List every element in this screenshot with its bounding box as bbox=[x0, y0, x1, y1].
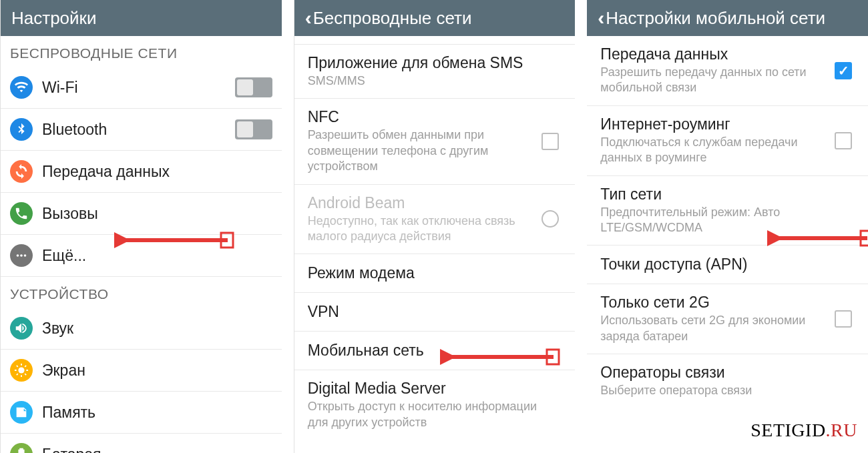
item-label: Ещё... bbox=[42, 247, 272, 265]
item-subtitle: SMS/MMS bbox=[308, 73, 560, 89]
item-label: Батарея bbox=[42, 446, 272, 454]
item-tethering[interactable]: Режим модема bbox=[294, 254, 576, 293]
item-more[interactable]: Ещё... bbox=[1, 235, 282, 277]
item-subtitle: Предпочтительный режим: Авто LTE/GSM/WCD… bbox=[600, 205, 852, 236]
svg-point-3 bbox=[18, 367, 24, 373]
item-android-beam: Android Beam Недоступно, так как отключе… bbox=[294, 185, 576, 255]
content-area: БЕСПРОВОДНЫЕ СЕТИ Wi-Fi Bluetooth Переда… bbox=[1, 36, 282, 453]
item-roaming[interactable]: Интернет-роуминг Подключаться к службам … bbox=[587, 106, 868, 176]
item-subtitle: Использовать сети 2G для экономии заряда… bbox=[600, 313, 835, 344]
item-battery[interactable]: Батарея bbox=[1, 434, 282, 453]
item-label: Wi-Fi bbox=[42, 79, 235, 97]
item-title: Режим модема bbox=[308, 264, 560, 282]
item-title: Digital Media Server bbox=[308, 380, 560, 398]
data-checkbox[interactable]: ✓ bbox=[835, 62, 852, 79]
battery-icon bbox=[10, 443, 33, 453]
bluetooth-icon bbox=[10, 118, 33, 141]
beam-radio bbox=[541, 210, 559, 228]
item-data-enabled[interactable]: Передача данных Разрешить передачу данны… bbox=[587, 36, 868, 106]
phone-icon bbox=[10, 202, 33, 225]
item-title: Только сети 2G bbox=[600, 294, 835, 312]
item-sound[interactable]: Звук bbox=[1, 308, 282, 350]
svg-point-4 bbox=[18, 414, 20, 416]
item-label: Память bbox=[42, 404, 272, 422]
item-storage[interactable]: Память bbox=[1, 392, 282, 434]
item-calls[interactable]: Вызовы bbox=[1, 193, 282, 235]
display-icon bbox=[10, 359, 33, 382]
only2g-checkbox[interactable] bbox=[835, 310, 852, 328]
svg-point-2 bbox=[24, 254, 27, 257]
item-network-type[interactable]: Тип сети Предпочтительный режим: Авто LT… bbox=[587, 176, 868, 246]
header-title: Настройки bbox=[1, 0, 282, 36]
item-label: Звук bbox=[42, 320, 272, 338]
back-chevron-icon[interactable]: ‹ bbox=[305, 8, 312, 28]
item-subtitle: Разрешить обмен данными при совмещении т… bbox=[308, 127, 542, 174]
item-label: Передача данных bbox=[42, 163, 272, 181]
roaming-checkbox[interactable] bbox=[835, 132, 852, 149]
watermark: SETIGID.RU bbox=[750, 420, 857, 441]
item-nfc[interactable]: NFC Разрешить обмен данными при совмещен… bbox=[294, 99, 576, 184]
page-title: Беспроводные сети bbox=[313, 8, 472, 29]
item-label: Bluetooth bbox=[42, 121, 235, 139]
storage-icon bbox=[10, 401, 33, 424]
item-subtitle: Разрешить передачу данных по сети мобиль… bbox=[600, 65, 835, 96]
item-bluetooth[interactable]: Bluetooth bbox=[1, 109, 282, 151]
item-title: Точки доступа (APN) bbox=[600, 256, 852, 274]
item-wifi[interactable]: Wi-Fi bbox=[1, 67, 282, 109]
item-subtitle: Выберите оператора связи bbox=[600, 383, 852, 398]
item-title: NFC bbox=[308, 108, 542, 126]
page-title: Настройки мобильной сети bbox=[606, 8, 825, 29]
bluetooth-toggle[interactable] bbox=[235, 119, 272, 139]
wifi-icon bbox=[10, 76, 33, 99]
item-sms-app[interactable]: Приложение для обмена SMS SMS/MMS bbox=[294, 44, 576, 99]
item-subtitle: Открыть доступ к носителю информации для… bbox=[308, 399, 560, 430]
screen-wireless: ‹ Беспроводные сети Приложение для обмен… bbox=[294, 0, 576, 453]
item-label: Экран bbox=[42, 362, 272, 380]
item-title: Мобильная сеть bbox=[308, 342, 560, 360]
content-area: Приложение для обмена SMS SMS/MMS NFC Ра… bbox=[294, 36, 576, 453]
item-title: Интернет-роуминг bbox=[600, 115, 835, 133]
page-title: Настройки bbox=[11, 8, 97, 29]
item-vpn[interactable]: VPN bbox=[294, 293, 576, 332]
item-title: VPN bbox=[308, 303, 560, 321]
more-icon bbox=[10, 244, 33, 267]
item-title: Приложение для обмена SMS bbox=[308, 54, 560, 72]
section-wireless: БЕСПРОВОДНЫЕ СЕТИ bbox=[1, 36, 282, 67]
svg-point-1 bbox=[20, 254, 23, 257]
item-subtitle: Недоступно, так как отключена связь мало… bbox=[308, 213, 542, 245]
item-title: Операторы связи bbox=[600, 364, 852, 382]
back-chevron-icon[interactable]: ‹ bbox=[598, 8, 604, 28]
item-title: Android Beam bbox=[308, 194, 542, 212]
item-apn[interactable]: Точки доступа (APN) bbox=[587, 246, 868, 284]
nfc-checkbox[interactable] bbox=[541, 133, 559, 150]
item-dms[interactable]: Digital Media Server Открыть доступ к но… bbox=[294, 370, 576, 440]
item-only-2g[interactable]: Только сети 2G Использовать сети 2G для … bbox=[587, 284, 868, 354]
item-title: Тип сети bbox=[600, 185, 852, 203]
sound-icon bbox=[10, 317, 33, 340]
data-icon bbox=[10, 160, 33, 183]
content-area: Передача данных Разрешить передачу данны… bbox=[587, 36, 868, 453]
screen-mobile-network: ‹ Настройки мобильной сети Передача данн… bbox=[587, 0, 868, 453]
watermark-brand: SETIGID bbox=[750, 420, 825, 440]
screen-settings: Настройки БЕСПРОВОДНЫЕ СЕТИ Wi-Fi Blueto… bbox=[0, 0, 282, 453]
watermark-tld: .RU bbox=[826, 420, 857, 440]
item-label: Вызовы bbox=[42, 205, 272, 223]
header[interactable]: ‹ Беспроводные сети bbox=[294, 0, 576, 36]
item-operators[interactable]: Операторы связи Выберите оператора связи bbox=[587, 354, 868, 408]
item-data-usage[interactable]: Передача данных bbox=[1, 151, 282, 193]
section-device: УСТРОЙСТВО bbox=[1, 277, 282, 308]
item-title: Передача данных bbox=[600, 45, 835, 63]
item-mobile-network[interactable]: Мобильная сеть bbox=[294, 332, 576, 370]
item-display[interactable]: Экран bbox=[1, 350, 282, 392]
wifi-toggle[interactable] bbox=[235, 77, 272, 97]
item-subtitle: Подключаться к службам передачи данных в… bbox=[600, 135, 835, 166]
header[interactable]: ‹ Настройки мобильной сети bbox=[587, 0, 868, 36]
svg-point-0 bbox=[17, 254, 19, 257]
